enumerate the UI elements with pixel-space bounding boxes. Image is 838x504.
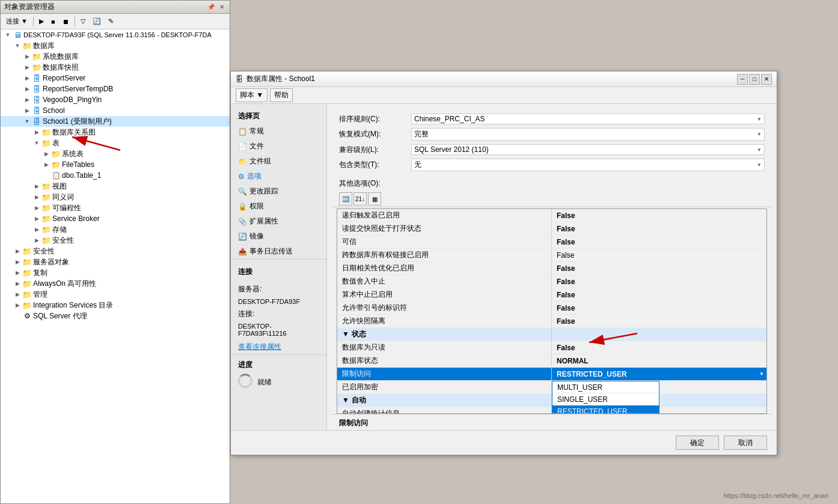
grid-row-8[interactable]: 允许快照隔离 False <box>337 315 766 328</box>
grid-row-readonly[interactable]: 数据库为只读 False <box>337 341 766 354</box>
oe-title-controls: 📌 ✕ <box>206 4 226 10</box>
tree-reportservertempdb[interactable]: ▶ 🗄 ReportServerTempDB <box>1 83 230 94</box>
toolbar-btn-1[interactable]: ▶ <box>36 16 47 26</box>
restrict-dropdown-list: MULTI_USER SINGLE_USER RESTRICTED_USER <box>552 381 659 413</box>
sb-icon: 📁 <box>41 214 51 223</box>
contain-value: 无 <box>414 160 757 170</box>
file-icon: 📄 <box>238 142 247 151</box>
left-item-general[interactable]: 📋 常规 <box>231 124 326 139</box>
oe-tree: ▼ 🖥 DESKTOP-F7DA93F (SQL Server 11.0.315… <box>1 29 230 503</box>
view-connection-link[interactable]: 查看连接属性 <box>238 342 281 351</box>
dialog-minimize-btn[interactable]: ─ <box>737 74 748 85</box>
grid-row-restrict[interactable]: 限制访问 RESTRICTED_USER ▼ <box>337 368 766 381</box>
grid-row-2[interactable]: 可信 False <box>337 235 766 249</box>
tree-dbo-table1[interactable]: 📋 dbo.Table_1 <box>1 170 230 181</box>
tree-security-sub[interactable]: ▶ 📁 安全性 <box>1 235 230 246</box>
server-node[interactable]: ▼ 🖥 DESKTOP-F7DA93F (SQL Server 11.0.315… <box>1 29 230 40</box>
tree-alwayson[interactable]: ▶ 📁 AlwaysOn 高可用性 <box>1 278 230 289</box>
left-item-mirror[interactable]: 🔄 镜像 <box>231 229 326 244</box>
grid-row-3[interactable]: 跨数据库所有权链接已启用 False <box>337 249 766 262</box>
grid-group-btn[interactable]: 21↓ <box>353 192 367 205</box>
changetrack-label: 更改跟踪 <box>249 186 278 196</box>
tree-server-objects[interactable]: ▶ 📁 服务器对象 <box>1 257 230 267</box>
tree-school1[interactable]: ▼ 🗄 School1 (受限制用户) <box>1 116 230 127</box>
grid-view-btn[interactable]: ▦ <box>368 192 381 205</box>
cancel-button[interactable]: 取消 <box>724 436 767 450</box>
grid-sort-btn[interactable]: 🔤 <box>339 192 352 205</box>
oe-close-btn[interactable]: ✕ <box>218 4 226 10</box>
tree-views[interactable]: ▶ 📁 视图 <box>1 181 230 192</box>
toolbar-btn-refresh[interactable]: 🔄 <box>90 16 104 26</box>
rstmp-icon: 🗄 <box>32 85 41 94</box>
left-item-file[interactable]: 📄 文件 <box>231 139 326 154</box>
recovery-dropdown-icon: ▼ <box>757 132 762 137</box>
left-item-extprops[interactable]: 📎 扩展属性 <box>231 214 326 229</box>
rstmp-expander: ▶ <box>22 86 32 92</box>
left-item-changetrack[interactable]: 🔍 更改跟踪 <box>231 184 326 199</box>
recovery-label: 恢复模式(M): <box>339 129 411 139</box>
toolbar-btn-2[interactable]: ■ <box>48 17 58 26</box>
tree-vegoodb[interactable]: ▶ 🗄 VegooDB_PingYin <box>1 94 230 105</box>
tree-snapshots[interactable]: ▶ 📁 数据库快照 <box>1 62 230 73</box>
systables-icon: 📁 <box>51 150 61 159</box>
table1-icon: 📋 <box>51 171 61 180</box>
tree-school[interactable]: ▶ 🗄 School <box>1 105 230 116</box>
help-button[interactable]: 帮助 <box>270 88 293 102</box>
tree-programmability[interactable]: ▶ 📁 可编程性 <box>1 202 230 213</box>
options-icon: ⚙ <box>238 172 245 181</box>
grid-row-dbstate[interactable]: 数据库状态 NORMAL <box>337 354 766 368</box>
tree-reportserver[interactable]: ▶ 🗄 ReportServer <box>1 73 230 83</box>
file-label: 文件 <box>249 141 264 151</box>
tree-synonyms[interactable]: ▶ 📁 同义词 <box>1 192 230 202</box>
tree-tables[interactable]: ▼ 📁 表 <box>1 138 230 148</box>
tree-management[interactable]: ▶ 📁 管理 <box>1 289 230 300</box>
sec-expander: ▶ <box>13 248 22 254</box>
left-item-filegroup[interactable]: 📁 文件组 <box>231 154 326 169</box>
server-expander: ▼ <box>3 32 13 38</box>
ok-button[interactable]: 确定 <box>676 436 719 450</box>
int-label: Integration Services 目录 <box>33 300 113 311</box>
left-item-permissions[interactable]: 🔒 权限 <box>231 199 326 214</box>
tree-systables[interactable]: ▶ 📁 系统表 <box>1 148 230 159</box>
dropdown-restricteduser[interactable]: RESTRICTED_USER <box>552 405 659 413</box>
grid-row-4[interactable]: 日期相关性优化已启用 False <box>337 262 766 275</box>
toolbar-btn-3[interactable]: ⏹ <box>60 17 72 26</box>
grid-row-0[interactable]: 递归触发器已启用 False <box>337 209 766 222</box>
grid-row-7[interactable]: 允许带引号的标识符 False <box>337 302 766 315</box>
left-item-logship[interactable]: 📤 事务日志传送 <box>231 244 326 259</box>
tree-security[interactable]: ▶ 📁 安全性 <box>1 246 230 257</box>
collation-value: Chinese_PRC_CI_AS <box>414 115 757 123</box>
grid-row-6[interactable]: 算术中止已启用 False <box>337 288 766 302</box>
oe-pin-btn[interactable]: 📌 <box>206 4 216 10</box>
dropdown-multiuser[interactable]: MULTI_USER <box>552 381 659 393</box>
grid-scroll[interactable]: 递归触发器已启用 False 读提交快照处于打开状态 False 可信 Fals… <box>337 209 766 413</box>
grid-row-1[interactable]: 读提交快照处于打开状态 False <box>337 222 766 235</box>
tree-db-diagrams[interactable]: ▶ 📁 数据库关系图 <box>1 127 230 138</box>
dialog-close-btn[interactable]: ✕ <box>761 74 772 85</box>
tree-service-broker[interactable]: ▶ 📁 Service Broker <box>1 213 230 224</box>
mgmt-label: 管理 <box>33 290 47 300</box>
progress-status: 就绪 <box>257 377 272 387</box>
dialog-maximize-btn[interactable]: □ <box>749 74 760 85</box>
restrict-dropdown-arrow[interactable]: ▼ <box>759 371 764 377</box>
toolbar-btn-filter[interactable]: ▽ <box>78 16 88 26</box>
connect-button[interactable]: 连接 ▼ <box>3 16 31 27</box>
views-expander: ▶ <box>32 183 41 189</box>
tree-databases[interactable]: ▼ 📁 数据库 <box>1 40 230 51</box>
left-item-options[interactable]: ⚙ 选项 <box>231 169 326 184</box>
tree-sqlagent[interactable]: ⚙ SQL Server 代理 <box>1 311 230 321</box>
sb-label: Service Broker <box>52 214 100 223</box>
tree-storage[interactable]: ▶ 📁 存储 <box>1 224 230 235</box>
table1-expander <box>41 172 51 178</box>
tree-replication[interactable]: ▶ 📁 复制 <box>1 267 230 278</box>
synonyms-expander: ▶ <box>32 194 41 200</box>
tree-integration[interactable]: ▶ 📁 Integration Services 目录 <box>1 300 230 311</box>
grid-row-5[interactable]: 数值舍入中止 False <box>337 275 766 288</box>
dropdown-singleuser[interactable]: SINGLE_USER <box>552 393 659 405</box>
tree-filetables[interactable]: ▶ 📁 FileTables <box>1 159 230 170</box>
diagrams-label: 数据库关系图 <box>52 127 96 138</box>
tree-system-db[interactable]: ▶ 📁 系统数据库 <box>1 51 230 62</box>
script-button[interactable]: 脚本 ▼ <box>236 88 268 102</box>
toolbar-btn-edit[interactable]: ✎ <box>105 16 117 26</box>
dialog-title: 🗄 数据库属性 - School1 <box>236 74 315 84</box>
